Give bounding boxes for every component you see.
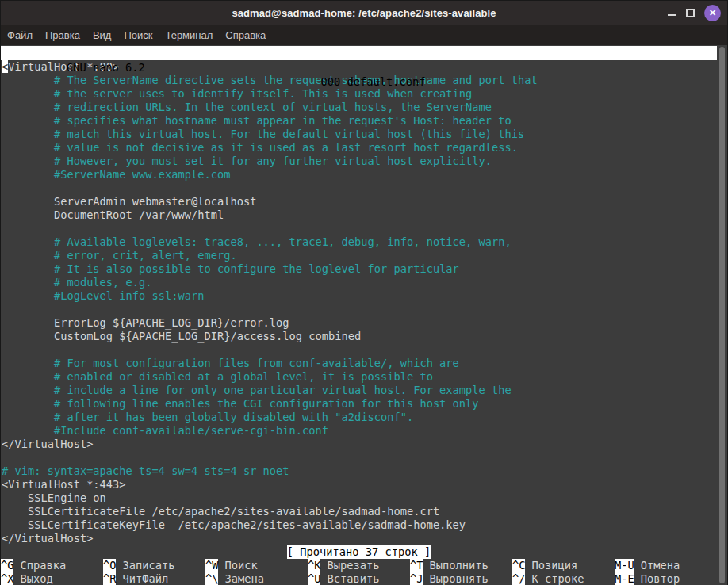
nano-version: GNU nano 6.2 [40,61,144,74]
editor-line[interactable]: #Include conf-available/serve-cgi-bin.co… [1,424,717,438]
shortcut-row-1: ^GСправка^OЗаписать^WПоиск^KВырезать^TВы… [1,559,717,572]
nano-shortcut: ^KВырезать [308,559,410,572]
menu-item[interactable]: Файл [1,27,39,44]
window-controls: ✕ [668,1,721,25]
nano-shortcut: M-UОтмена [615,559,717,572]
editor-line[interactable]: #LogLevel info ssl:warn [1,289,717,303]
shortcut-label: Выполнить [429,559,488,572]
shortcut-label: Записать [122,559,174,572]
shortcut-label: Выход [20,572,52,585]
scrollbar-thumb[interactable] [719,47,725,583]
shortcut-key: ^/ [512,572,525,585]
nano-shortcut: M-EПовтор [615,572,717,585]
shortcut-label: Выровнять [429,572,488,585]
window-title: sadmad@sadmad-home: /etc/apache2/sites-a… [232,7,496,19]
nano-shortcut: ^UВставить [308,572,410,585]
shortcut-label: Справка [20,559,66,572]
shortcut-key: ^\ [205,572,218,585]
shortcut-key: M-E [615,572,634,585]
shortcut-label: Повтор [641,572,680,585]
nano-shortcut: ^XВыход [1,572,103,585]
menu-item[interactable]: Поиск [117,27,159,44]
editor-line[interactable] [1,182,717,195]
nano-shortcut: ^\Замена [205,572,308,585]
editor-line[interactable]: # redirection URLs. In the context of vi… [1,101,717,114]
editor-line[interactable]: # match this virtual host. For the defau… [1,128,717,141]
shortcut-key: ^T [410,559,423,572]
scrollbar[interactable] [717,45,727,585]
editor-line[interactable]: # modules, e.g. [1,276,717,289]
status-line: [ Прочитано 37 строк ] [1,545,717,559]
editor-line[interactable]: # include a line for only one particular… [1,384,717,397]
shortcut-label: Поиск [224,559,257,572]
editor-line[interactable]: #ServerName www.example.com [1,168,717,182]
menu-bar: ФайлПравкаВидПоискТерминалСправка [1,25,727,45]
editor-line[interactable] [1,343,717,357]
menu-item[interactable]: Вид [86,27,118,44]
editor-line[interactable]: # enabled or disabled at a global level,… [1,370,717,384]
editor-line[interactable]: SSLEngine on [1,491,717,505]
menu-item[interactable]: Правка [39,27,86,44]
editor-line[interactable]: # vim: syntax=apache ts=4 sw=4 sts=4 sr … [1,465,717,478]
nano-shortcut: ^WПоиск [205,559,308,572]
shortcut-key: ^X [1,572,13,585]
shortcut-key: ^J [410,572,423,585]
editor-line[interactable]: # value is not decisive as it is used as… [1,141,717,155]
editor-line[interactable]: # For most configuration files from conf… [1,357,717,370]
shortcut-label: К строке [531,572,584,585]
editor-line[interactable]: ErrorLog ${APACHE_LOG_DIR}/error.log [1,316,717,330]
editor-line[interactable]: CustomLog ${APACHE_LOG_DIR}/access.log c… [1,330,717,343]
editor-line[interactable]: SSLCertificateKeyFile /etc/apache2/sites… [1,518,717,532]
shortcut-label: Отмена [641,559,680,572]
editor-line[interactable]: SSLCertificateFile /etc/apache2/sites-av… [1,505,717,518]
menu-item[interactable]: Терминал [159,27,219,44]
nano-shortcut: ^/К строке [512,572,615,585]
editor-line[interactable]: # following line enables the CGI configu… [1,397,717,411]
shortcut-label: ЧитФайл [122,572,168,585]
nano-shortcut: ^GСправка [1,559,103,572]
nano-title-bar: GNU nano 6.2 000-default.conf [1,46,717,60]
shortcut-key: ^G [1,559,13,572]
menu-item[interactable]: Справка [219,27,272,44]
editor-line[interactable]: # Available loglevels: trace8, ..., trac… [1,235,717,249]
editor-line[interactable]: # It is also possible to configure the l… [1,262,717,276]
editor-line[interactable]: # the server uses to identify itself. Th… [1,87,717,101]
shortcut-key: ^O [103,559,116,572]
shortcut-key: ^R [103,572,116,585]
shortcut-label: Замена [224,572,263,585]
editor-line[interactable]: # error, crit, alert, emerg. [1,249,717,262]
terminal-viewport[interactable]: GNU nano 6.2 000-default.conf <VirtualHo… [1,45,727,585]
editor-line[interactable]: <VirtualHost *:443> [1,478,717,491]
shortcut-row-2: ^XВыход^RЧитФайл^\Замена^UВставить^JВыро… [1,572,717,585]
shortcut-key: ^K [308,559,320,572]
editor-line[interactable]: # However, you must set it for any furth… [1,155,717,168]
editor-line[interactable]: ServerAdmin webmaster@localhost [1,195,717,208]
editor-line[interactable]: </VirtualHost> [1,438,717,451]
nano-filename: 000-default.conf [321,75,426,89]
shortcut-label: Вставить [327,572,379,585]
nano-shortcut: ^CПозиция [512,559,615,572]
shortcut-key: ^C [512,559,525,572]
status-message: [ Прочитано 37 строк ] [287,545,431,559]
nano-shortcut: ^JВыровнять [410,572,512,585]
maximize-icon[interactable] [686,9,695,17]
shortcut-label: Вырезать [327,559,379,572]
editor-line[interactable]: # specifies what hostname must appear in… [1,114,717,128]
editor-line[interactable]: </VirtualHost> [1,532,717,545]
nano-shortcut: ^RЧитФайл [103,572,205,585]
shortcut-key: ^U [308,572,320,585]
nano-shortcut: ^OЗаписать [103,559,205,572]
editor-line[interactable]: # after it has been globally disabled wi… [1,411,717,424]
nano-shortcut: ^TВыполнить [410,559,512,572]
close-icon[interactable]: ✕ [704,5,721,21]
editor-line[interactable] [1,303,717,316]
shortcut-label: Позиция [531,559,577,572]
shortcut-key: ^W [205,559,218,572]
editor-line[interactable]: DocumentRoot /var/www/html [1,208,717,222]
title-bar[interactable]: sadmad@sadmad-home: /etc/apache2/sites-a… [1,1,727,25]
editor-line[interactable] [1,222,717,235]
editor-area[interactable]: <VirtualHost *:80> # The ServerName dire… [1,60,717,545]
editor-line[interactable] [1,451,717,465]
terminal-window: sadmad@sadmad-home: /etc/apache2/sites-a… [0,0,728,585]
minimize-icon[interactable] [668,7,676,16]
